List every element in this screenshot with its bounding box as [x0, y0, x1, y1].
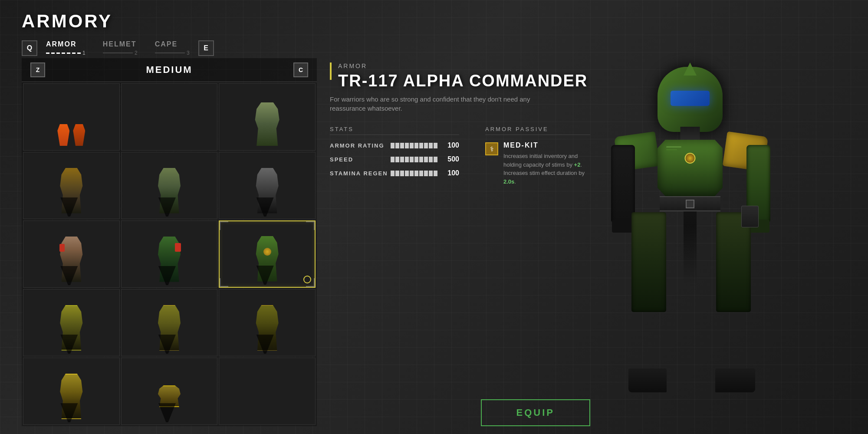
stats-section: STATS ARMOR RATING 100 — [330, 126, 459, 190]
armor-details-panel: ARMOR TR-117 ALPHA COMMANDER For warrior… — [330, 58, 590, 426]
equip-button-container: EQUIP — [330, 391, 590, 426]
stat-stamina-regen: STAMINA REGEN 100 — [330, 169, 459, 177]
char-chest-orb — [685, 153, 696, 164]
stat-speed: SPEED 500 — [330, 155, 459, 163]
char-helmet-ridge — [684, 62, 697, 76]
armor-cell-r3c2[interactable] — [121, 289, 218, 356]
tab-cape[interactable]: CAPE 3 — [146, 40, 198, 56]
armor-grid — [22, 82, 317, 426]
filter-key-btn[interactable]: Z — [30, 62, 45, 77]
char-visor — [671, 91, 710, 106]
char-boot-right — [715, 368, 755, 392]
armor-cell-r4c3[interactable] — [219, 358, 316, 425]
char-neck — [681, 127, 700, 140]
stats-heading: STATS — [330, 126, 459, 135]
armor-cell-small-items[interactable] — [23, 83, 120, 151]
stat-bars-speed — [391, 157, 437, 162]
passive-description: Increases initial inventory and holding … — [503, 152, 590, 186]
passive-heading: ARMOR PASSIVE — [485, 126, 590, 135]
tab-navigation: Q ARMOR 1 HELMET 2 CAPE 3 E — [0, 38, 868, 58]
stat-name-armor-rating: ARMOR RATING — [330, 142, 391, 149]
armor-name: TR-117 ALPHA COMMANDER — [338, 72, 588, 90]
passive-item: ⚕ MED-KIT Increases initial inventory an… — [485, 141, 590, 186]
category-label: MEDIUM — [146, 64, 192, 76]
armor-cell-r1c1[interactable] — [23, 152, 120, 219]
highlight-duration: 2.0s — [503, 178, 514, 185]
armor-grid-panel: Z MEDIUM C — [22, 58, 317, 426]
stat-bars-armor-rating — [391, 143, 437, 148]
armor-cell-r1c3[interactable] — [219, 152, 316, 219]
armor-cell-r4c2[interactable] — [121, 358, 218, 425]
name-accent-bar — [330, 62, 332, 80]
highlight-stims: +2 — [574, 161, 581, 168]
category-key-btn[interactable]: C — [293, 62, 308, 77]
armor-cell-r2c3-selected[interactable] — [219, 220, 316, 288]
equip-button[interactable]: EQUIP — [481, 399, 590, 426]
armor-cell-r2c1[interactable] — [23, 220, 120, 288]
stat-armor-rating: ARMOR RATING 100 — [330, 141, 459, 149]
stat-value-stamina-regen: 100 — [442, 169, 459, 177]
tab-armor[interactable]: ARMOR 1 — [37, 40, 94, 56]
stat-bars-stamina-regen — [391, 171, 437, 176]
stat-value-armor-rating: 100 — [442, 141, 459, 149]
char-hip-pouch — [741, 206, 759, 227]
passive-section: ARMOR PASSIVE ⚕ MED-KIT Increases initia… — [485, 126, 590, 190]
armor-cell-r4c1[interactable] — [23, 358, 120, 425]
char-helmet — [658, 67, 723, 132]
char-chest — [658, 140, 723, 196]
next-tab-key[interactable]: E — [198, 40, 214, 56]
char-boot-left — [628, 368, 667, 392]
char-belt — [660, 196, 720, 211]
armor-subtitle: ARMOR — [338, 62, 588, 69]
armor-cell-r2c2[interactable] — [121, 220, 218, 288]
stat-value-speed: 500 — [442, 155, 459, 163]
character-preview-panel — [603, 58, 812, 426]
armor-cell-r3c3[interactable] — [219, 289, 316, 356]
tab-helmet[interactable]: HELMET 2 — [94, 40, 146, 56]
character-figure — [603, 58, 777, 397]
small-items — [57, 124, 85, 146]
char-arm-left — [611, 145, 635, 223]
armor-cell-r3c1[interactable] — [23, 289, 120, 356]
passive-name: MED-KIT — [503, 141, 590, 149]
armor-cell-top-right[interactable] — [219, 83, 316, 151]
char-leg-left — [631, 212, 666, 312]
armor-cell-empty-1[interactable] — [121, 83, 218, 151]
passive-icon: ⚕ — [485, 142, 498, 155]
prev-tab-key[interactable]: Q — [22, 40, 37, 56]
stat-name-stamina-regen: STAMINA REGEN — [330, 170, 391, 177]
char-glove-left — [612, 220, 634, 233]
page-title: ARMORY — [22, 11, 846, 32]
armor-description: For warriors who are so strong and confi… — [330, 95, 547, 113]
armor-cell-r1c2[interactable] — [121, 152, 218, 219]
stat-name-speed: SPEED — [330, 156, 391, 163]
